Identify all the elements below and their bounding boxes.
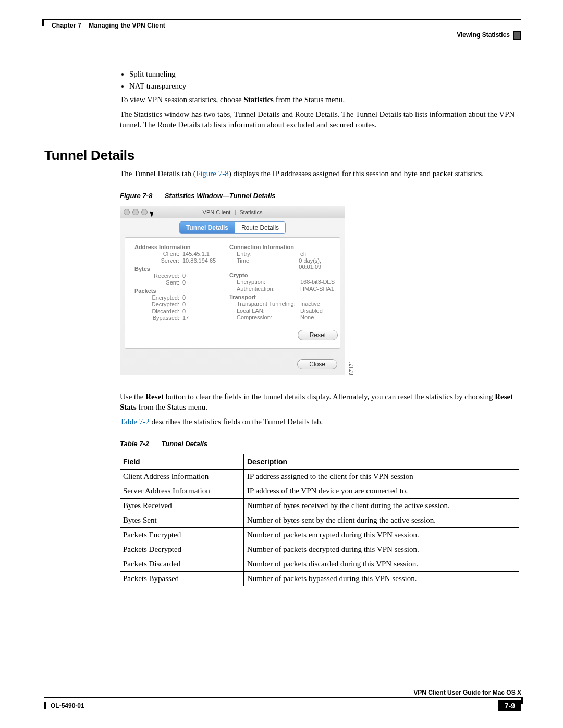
col-description: Description xyxy=(244,454,519,469)
table-row: Packets BypassedNumber of packets bypass… xyxy=(120,571,519,586)
close-button[interactable]: Close xyxy=(297,359,337,369)
tab-route-details[interactable]: Route Details xyxy=(235,222,285,233)
discarded-label: Discarded: xyxy=(142,308,182,314)
bypassed-value: 17 xyxy=(182,315,189,321)
chapter-label: Chapter 7 Managing the VPN Client xyxy=(52,22,165,29)
encryption-value: 168-bit3-DES xyxy=(300,279,335,285)
footer-left-mark-icon xyxy=(44,702,46,709)
entry-value: eli xyxy=(300,251,306,257)
reset-ref: Reset xyxy=(145,392,164,401)
encryption-label: Encryption: xyxy=(237,279,300,285)
auth-value: HMAC-SHA1 xyxy=(300,286,334,292)
paragraph: Table 7-2 describes the statistics field… xyxy=(120,417,519,427)
time-value: 0 day(s), 00:01:09 xyxy=(299,257,344,270)
chapter-title: Managing the VPN Client xyxy=(89,22,165,29)
table-number: Table 7-2 xyxy=(120,440,149,448)
tabs-row: Tunnel Details Route Details xyxy=(120,218,345,234)
transport-header: Transport xyxy=(229,294,344,300)
compression-value: None xyxy=(300,314,314,320)
locallan-label: Local LAN: xyxy=(237,307,300,314)
table-title: Tunnel Details xyxy=(162,440,208,448)
locallan-value: Disabled xyxy=(300,307,323,314)
figure-caption: Figure 7-8 Statistics Window—Tunnel Deta… xyxy=(120,192,519,200)
encrypted-label: Encrypted: xyxy=(142,294,182,301)
paragraph: Use the Reset button to clear the fields… xyxy=(120,392,519,413)
connection-info-header: Connection Information xyxy=(229,244,344,250)
table-row: Client Address InformationIP address ass… xyxy=(120,469,519,484)
crypto-header: Crypto xyxy=(229,272,344,278)
running-footer: VPN Client User Guide for Mac OS X OL-54… xyxy=(44,689,521,711)
reset-button[interactable]: Reset xyxy=(298,330,338,340)
figure-id: 87171 xyxy=(349,361,354,375)
sent-label: Sent: xyxy=(142,279,182,286)
server-value: 10.86.194.65 xyxy=(182,257,216,264)
received-value: 0 xyxy=(182,273,186,279)
bytes-header: Bytes xyxy=(134,266,234,272)
tunnel-details-table: Field Description Client Address Informa… xyxy=(120,454,519,586)
table-row: Bytes ReceivedNumber of bytes received b… xyxy=(120,498,519,513)
list-item: NAT transparency xyxy=(129,82,519,91)
tab-tunnel-details[interactable]: Tunnel Details xyxy=(180,222,235,233)
encrypted-value: 0 xyxy=(182,294,186,301)
section-marker-icon xyxy=(513,31,521,40)
details-panel: Address Information Client:145.45.1.1 Se… xyxy=(125,237,340,349)
table-row: Packets DiscardedNumber of packets disca… xyxy=(120,557,519,571)
paragraph: To view VPN session statistics, choose S… xyxy=(120,95,519,105)
client-value: 145.45.1.1 xyxy=(182,251,210,257)
statistics-window: VPN Client | Statistics Tunnel Details R… xyxy=(120,206,345,375)
entry-label: Entry: xyxy=(237,251,300,257)
doc-id: OL-5490-01 xyxy=(44,702,84,710)
footer-mark-icon xyxy=(521,697,523,704)
packets-header: Packets xyxy=(134,288,234,294)
address-info-header: Address Information xyxy=(134,244,234,250)
bullet-list: Split tunneling NAT transparency xyxy=(120,70,519,91)
paragraph: The Statistics window has two tabs, Tunn… xyxy=(120,109,519,130)
decrypted-value: 0 xyxy=(182,301,186,307)
client-label: Client: xyxy=(142,251,182,257)
table-xref-link[interactable]: Table 7-2 xyxy=(120,417,150,426)
table-caption: Table 7-2 Tunnel Details xyxy=(120,440,519,448)
figure-title: Statistics Window—Tunnel Details xyxy=(165,192,276,200)
table-row: Bytes SentNumber of bytes sent by the cl… xyxy=(120,513,519,527)
guide-title: VPN Client User Guide for Mac OS X xyxy=(44,689,521,696)
section-heading: Tunnel Details xyxy=(44,147,519,164)
decrypted-label: Decrypted: xyxy=(142,301,182,307)
right-column: Connection Information Entry:eli Time:0 … xyxy=(229,242,344,340)
time-label: Time: xyxy=(237,257,299,270)
header-mark-icon xyxy=(42,19,44,26)
figure-xref-link[interactable]: Figure 7-8 xyxy=(196,169,229,178)
bypassed-label: Bypassed: xyxy=(142,315,182,321)
titlebar: VPN Client | Statistics xyxy=(120,206,345,218)
page-number: 7-9 xyxy=(498,700,521,711)
window-title: VPN Client | Statistics xyxy=(120,209,345,215)
tunneling-label: Transparent Tunneling: xyxy=(237,301,300,307)
sent-value: 0 xyxy=(182,279,186,286)
tabs: Tunnel Details Route Details xyxy=(179,221,286,234)
server-label: Server: xyxy=(142,257,182,264)
compression-label: Compression: xyxy=(237,314,300,320)
left-column: Address Information Client:145.45.1.1 Se… xyxy=(134,242,234,322)
list-item: Split tunneling xyxy=(129,70,519,79)
table-row: Packets DecryptedNumber of packets decry… xyxy=(120,542,519,557)
section-label: Viewing Statistics xyxy=(457,31,510,39)
menu-name: Statistics xyxy=(243,95,274,104)
table-row: Server Address InformationIP address of … xyxy=(120,484,519,498)
tunneling-value: Inactive xyxy=(300,301,320,307)
table-row: Packets EncryptedNumber of packets encry… xyxy=(120,527,519,542)
chapter-number: Chapter 7 xyxy=(52,22,81,29)
running-header: Chapter 7 Managing the VPN Client Viewin… xyxy=(44,19,521,39)
received-label: Received: xyxy=(142,273,182,279)
paragraph: The Tunnel Details tab (Figure 7-8) disp… xyxy=(120,169,519,179)
auth-label: Authentication: xyxy=(237,286,300,292)
figure-number: Figure 7-8 xyxy=(120,192,152,200)
discarded-value: 0 xyxy=(182,308,186,314)
col-field: Field xyxy=(120,454,244,469)
